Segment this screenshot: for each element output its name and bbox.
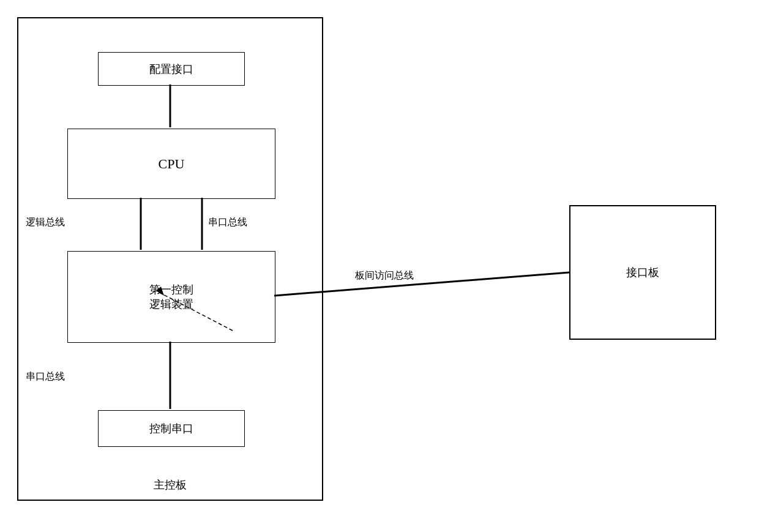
control-logic-box: 第一控制 逻辑装置: [67, 251, 275, 343]
config-box-label: 配置接口: [149, 62, 193, 77]
config-box: 配置接口: [98, 52, 245, 86]
main-board-label: 主控板: [154, 478, 187, 492]
cpu-box-label: CPU: [159, 156, 185, 172]
inter-board-bus-label: 板间访问总线: [354, 270, 414, 280]
interface-board: 接口板: [569, 205, 716, 340]
main-board: 配置接口 CPU 第一控制 逻辑装置 控制串口 主控板: [17, 17, 323, 501]
control-logic-label-line1: 第一控制: [149, 282, 193, 297]
control-serial-box: 控制串口: [98, 410, 245, 447]
control-serial-label: 控制串口: [149, 421, 193, 436]
cpu-box: CPU: [67, 129, 275, 199]
control-logic-label-line2: 逻辑装置: [149, 297, 193, 312]
interface-board-label: 接口板: [570, 265, 715, 280]
diagram-container: 配置接口 CPU 第一控制 逻辑装置 控制串口 主控板 接口板: [0, 0, 759, 532]
